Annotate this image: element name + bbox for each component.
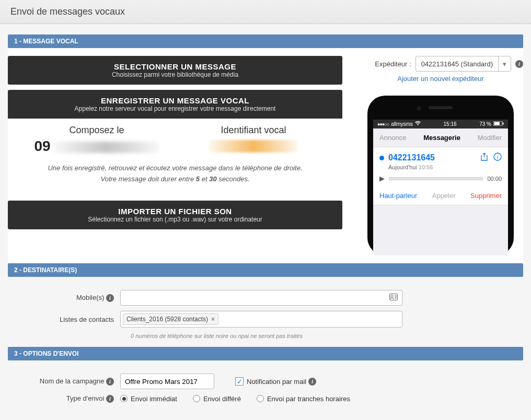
svg-text:i: i bbox=[497, 154, 498, 160]
info-icon[interactable]: i bbox=[106, 378, 114, 386]
record-note: Une fois enregistré, retrouvez et écoute… bbox=[8, 163, 342, 185]
unread-dot-icon bbox=[379, 156, 384, 160]
record-message-title: ENREGISTRER UN MESSAGE VOCAL bbox=[14, 96, 336, 105]
contact-list-chip: Clients_2016 (5928 contacts) × bbox=[123, 313, 218, 325]
radio-immediate[interactable]: Envoi immédiat bbox=[120, 395, 177, 403]
info-circle-icon[interactable]: i bbox=[493, 153, 502, 163]
svg-rect-1 bbox=[494, 122, 500, 125]
wifi-icon bbox=[415, 121, 421, 127]
notification-checkbox[interactable]: ✓ bbox=[235, 377, 244, 386]
blacklist-hint: 0 numéros de téléphone sur liste noire o… bbox=[131, 333, 523, 339]
record-panel: ENREGISTRER UN MESSAGE VOCAL Appelez not… bbox=[8, 90, 342, 195]
phone-nav: Annonce Messagerie Modifier bbox=[373, 129, 508, 147]
voicemail-actions: Haut-parleur Appeler Supprimer bbox=[373, 186, 508, 205]
campaign-name-input[interactable] bbox=[120, 374, 214, 389]
radio-icon bbox=[193, 395, 200, 402]
section-1-header: 1 - MESSAGE VOCAL bbox=[8, 34, 523, 48]
section-2-header: 2 - DESTINATAIRE(S) bbox=[8, 263, 523, 277]
info-icon[interactable]: i bbox=[515, 60, 523, 68]
share-icon[interactable] bbox=[480, 153, 488, 163]
chip-label: Clients_2016 (5928 contacts) bbox=[126, 316, 208, 323]
import-sound-sub: Sélectionnez un fichier son (.mp3 ou .wa… bbox=[14, 216, 336, 223]
radio-icon bbox=[120, 395, 128, 402]
phone-statusbar: ●●●○○ allmysms 15:16 73 % bbox=[373, 120, 508, 129]
play-icon[interactable]: ▶ bbox=[379, 174, 385, 182]
vocal-id-label: Identifiant vocal bbox=[175, 125, 332, 136]
compose-number: 09 bbox=[18, 138, 175, 155]
voicemail-time: 10:56 bbox=[419, 164, 433, 170]
radio-icon bbox=[257, 395, 264, 402]
info-icon[interactable]: i bbox=[308, 378, 316, 386]
chevron-down-icon[interactable]: ▾ bbox=[498, 56, 511, 71]
notification-label: Notification par mail bbox=[247, 378, 306, 386]
call-button[interactable]: Appeler bbox=[432, 192, 456, 200]
carrier-name: allmysms bbox=[391, 121, 413, 127]
phone-mockup: ●●●○○ allmysms 15:16 73 % bbox=[367, 96, 514, 255]
record-message-sub: Appelez notre serveur vocal pour enregis… bbox=[14, 105, 336, 112]
voicemail-number: 0422131645 bbox=[388, 153, 476, 162]
battery-percent: 73 % bbox=[479, 121, 491, 127]
sender-label: Expéditeur : bbox=[375, 60, 411, 68]
speaker-button[interactable]: Haut-parleur bbox=[379, 192, 417, 200]
page-title: Envoi de messages vocaux bbox=[10, 6, 521, 17]
svg-rect-2 bbox=[503, 123, 504, 125]
duration: 00:00 bbox=[487, 176, 502, 182]
import-sound-title: IMPORTER UN FICHIER SON bbox=[14, 207, 336, 216]
compose-label: Composez le bbox=[18, 125, 175, 136]
mobiles-label: Mobile(s) bbox=[76, 294, 104, 301]
progress-bar[interactable] bbox=[389, 177, 483, 180]
redacted-vocal-id bbox=[209, 140, 298, 153]
contacts-icon[interactable] bbox=[385, 294, 402, 302]
delete-button[interactable]: Supprimer bbox=[470, 192, 502, 200]
status-time: 15:16 bbox=[444, 121, 457, 127]
select-message-button[interactable]: SELECTIONNER UN MESSAGE Choisissez parmi… bbox=[8, 56, 342, 85]
record-message-header: ENREGISTRER UN MESSAGE VOCAL Appelez not… bbox=[8, 90, 342, 119]
battery-icon bbox=[493, 121, 504, 127]
radio-timeslots[interactable]: Envoi par tranches horaires bbox=[257, 395, 350, 403]
page-header: Envoi de messages vocaux bbox=[0, 0, 531, 24]
add-sender-link[interactable]: Ajouter un nouvel expéditeur bbox=[358, 75, 523, 83]
contact-lists-input[interactable]: Clients_2016 (5928 contacts) × bbox=[120, 311, 402, 328]
voicemail-item[interactable]: 0422131645 i bbox=[373, 147, 508, 186]
tab-annonce[interactable]: Annonce bbox=[379, 134, 406, 142]
radio-delayed[interactable]: Envoi différé bbox=[193, 395, 241, 403]
select-message-sub: Choisissez parmi votre bibliothèque de m… bbox=[14, 71, 336, 78]
import-sound-button[interactable]: IMPORTER UN FICHIER SON Sélectionnez un … bbox=[8, 201, 342, 229]
sender-select[interactable]: 0422131645 (Standard) ▾ bbox=[415, 56, 511, 72]
redacted-number bbox=[54, 142, 159, 153]
chip-remove-icon[interactable]: × bbox=[211, 316, 215, 323]
voicemail-date: Aujourd'hui bbox=[388, 164, 417, 170]
send-type-label: Type d'envoi bbox=[66, 394, 105, 402]
signal-icon: ●●●○○ bbox=[377, 121, 389, 127]
section-3-header: 3 - OPTIONS D'ENVOI bbox=[8, 347, 523, 360]
campaign-label: Nom de la campagne bbox=[40, 377, 105, 385]
mobiles-input[interactable] bbox=[121, 294, 385, 302]
mobiles-input-wrap bbox=[120, 290, 402, 306]
info-icon[interactable]: i bbox=[106, 395, 114, 403]
lists-label: Listes de contacts bbox=[60, 316, 114, 323]
info-icon[interactable]: i bbox=[106, 294, 114, 302]
tab-messagerie[interactable]: Messagerie bbox=[423, 134, 460, 142]
tab-modifier[interactable]: Modifier bbox=[478, 134, 502, 142]
select-message-title: SELECTIONNER UN MESSAGE bbox=[14, 62, 336, 71]
sender-value: 0422131645 (Standard) bbox=[416, 60, 498, 68]
svg-point-6 bbox=[391, 295, 393, 297]
